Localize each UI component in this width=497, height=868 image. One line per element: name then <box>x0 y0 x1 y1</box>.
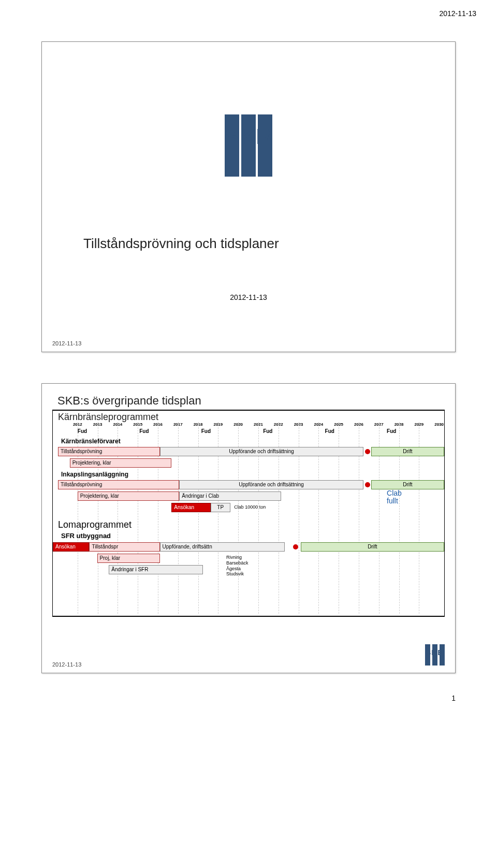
fud-2025: Fud <box>325 428 334 434</box>
bar-sfr-ansokan: Ansökan <box>53 542 89 552</box>
sub2-label: Inkapslingsanläggning <box>61 471 128 478</box>
bar-sfr-tp: Tillståndspr <box>89 542 159 552</box>
section2-label: Lomaprogrammet <box>58 519 131 530</box>
bar-andr-sfr: Ändringar i SFR <box>109 565 202 574</box>
bar-ink-drift: Drift <box>371 480 444 489</box>
fud-2013: Fud <box>78 428 87 434</box>
slide-title: SKB Tillståndsprövning och tidsplaner 20… <box>41 41 456 352</box>
fud-2019: Fud <box>201 428 211 434</box>
bar-sfr-uppf: Uppförande, driftsättn <box>160 542 285 552</box>
rivning-note: Rivning Barsebäck Ågesta Studsvik <box>226 555 248 577</box>
fud-2022: Fud <box>263 428 272 434</box>
slide1-footer: 2012-11-13 <box>52 340 81 346</box>
slide1-date: 2012-11-13 <box>63 293 434 301</box>
bar-sfr-proj: Proj, klar <box>97 554 160 563</box>
bar-ink-tp: Tillståndsprövning <box>58 480 179 489</box>
bar-ink-uppf: Uppförande och driftsättning <box>179 480 363 489</box>
page-header-date: 2012-11-13 <box>439 9 476 18</box>
slide-timeline: SKB:s övergripande tidsplan Kärnbränslep… <box>41 383 456 673</box>
bar-kf-proj: Projektering, klar <box>70 458 172 468</box>
fud-2028: Fud <box>387 428 396 434</box>
logo-bars-bottom <box>224 146 273 177</box>
gantt-chart: Kärnbränsleprogrammet 2012 2013 2014 201… <box>52 410 445 617</box>
slide2-title: SKB:s övergripande tidsplan <box>57 394 445 408</box>
slide2-footer: 2012-11-13 <box>52 661 81 668</box>
bar-kf-drift: Drift <box>371 447 444 456</box>
bar-clab-ansokan: Ansökan <box>171 503 211 512</box>
bar-kf-uppf: Uppförande och driftsättning <box>160 447 363 456</box>
bar-ink-proj: Projektering, klar <box>78 491 180 501</box>
sub3-label: SFR utbyggnad <box>61 532 111 540</box>
page-number: 1 <box>21 694 456 702</box>
year-2030: 2030 <box>429 422 449 427</box>
clab-fullt: Clab fullt <box>387 489 418 505</box>
page: 2012-11-13 SKB Tillståndsprövning och ti… <box>0 0 497 723</box>
clab-10000: Clab 10000 ton <box>234 504 266 510</box>
bar-clab-tp: TP <box>211 503 230 512</box>
slide1-title: Tillståndsprövning och tidsplaner <box>63 236 434 252</box>
fud-2016: Fud <box>139 428 149 434</box>
bar-kf-tp: Tillståndsprövning <box>58 447 160 456</box>
bar-andr-clab: Ändringar i Clab <box>179 491 281 501</box>
bar-sfr-drift: Drift <box>301 542 444 552</box>
small-logo: SKB <box>425 644 445 668</box>
section1-label: Kärnbränsleprogrammet <box>58 412 158 423</box>
milestone-sfr <box>293 544 298 549</box>
logo: SKB <box>63 114 434 179</box>
logo-text: SKB <box>224 126 273 148</box>
sub1-label: Kärnbränsleförvaret <box>61 438 121 445</box>
